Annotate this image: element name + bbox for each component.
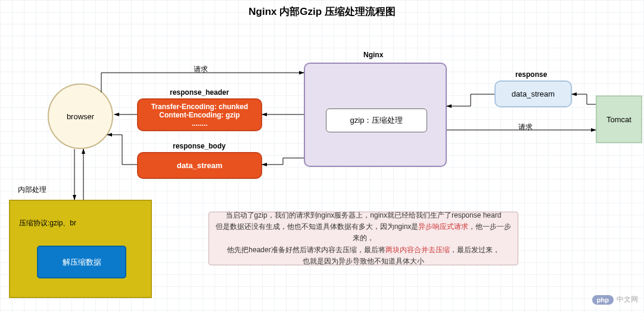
resp-header-line1: Transfer-Encoding: chunked (151, 103, 248, 111)
nginx-inner-text: gzip：压缩处理 (350, 115, 403, 126)
watermark-badge: php (592, 295, 614, 305)
node-decompress-data: 解压缩数据 (37, 246, 126, 278)
resp-header-line2: Content-Encoding: gzip (159, 111, 239, 119)
edge-label-request-1: 请求 (194, 64, 208, 75)
note-line2-hl: 异步响应式请求 (418, 222, 468, 231)
watermark: php 中文网 (592, 295, 638, 305)
note-line4: 也就是因为异步导致他不知道具体大小 (303, 257, 424, 265)
node-browser-label: browser (67, 112, 94, 121)
watermark-text: 中文网 (617, 295, 638, 305)
node-response-body: data_stream (137, 152, 262, 179)
node-decompression-container: 压缩协议:gzip、br 解压缩数据 (9, 200, 152, 298)
note-line2a: 但是数据还没有生成，他也不知道具体数据有多大，因为nginx是 (216, 222, 419, 231)
tomcat-text: Tomcat (606, 115, 631, 124)
node-browser: browser (48, 83, 113, 149)
decomp-text: 解压缩数据 (63, 257, 101, 268)
edge-label-internal: 内部处理 (18, 185, 46, 195)
note-line3a: 他先把header准备好然后请求内容去压缩，最后将 (227, 246, 385, 254)
note-line1: 当启动了gzip，我们的请求到nginx服务器上，nginx就已经给我们生产了r… (226, 211, 502, 219)
label-response-body: response_body (173, 142, 226, 150)
node-tomcat: Tomcat (596, 95, 642, 143)
node-response-stream: data_stream (494, 80, 572, 107)
edge-label-request-2: 请求 (518, 122, 533, 132)
resp-body-text: data_stream (177, 161, 223, 170)
note-line3b: ，最后发过来， (450, 246, 500, 254)
diagram-title: Nginx 内部Gzip 压缩处理流程图 (0, 5, 644, 18)
node-nginx: gzip：压缩处理 (304, 63, 447, 167)
label-nginx: Nginx (363, 51, 383, 59)
node-response-header: Transfer-Encoding: chunked Content-Encod… (137, 98, 262, 131)
note-line3-hl: 两块内容合并去压缩 (385, 246, 450, 254)
label-response-header: response_header (170, 88, 229, 97)
label-response: response (515, 70, 547, 79)
resp-header-line3: ........ (192, 119, 208, 128)
node-nginx-inner: gzip：压缩处理 (326, 109, 427, 132)
yellow-label: 压缩协议:gzip、br (19, 218, 76, 228)
resp-stream-text: data_stream (512, 89, 555, 98)
explanation-note: 当启动了gzip，我们的请求到nginx服务器上，nginx就已经给我们生产了r… (209, 212, 518, 265)
